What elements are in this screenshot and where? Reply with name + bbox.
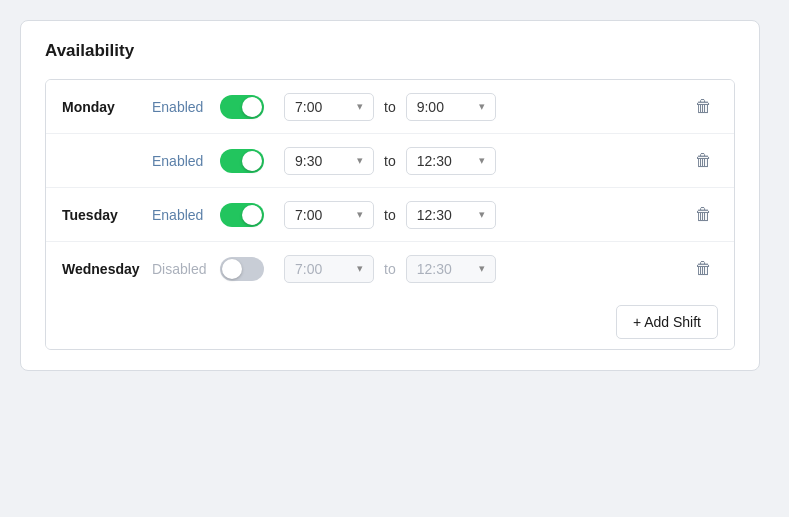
start-time-value: 7:00 (295, 261, 322, 277)
end-time-value: 12:30 (417, 153, 452, 169)
trash-icon: 🗑 (695, 97, 712, 117)
availability-container: Availability MondayEnabled7:00▾to9:00▾🗑E… (20, 20, 760, 371)
day-name: Monday (62, 99, 152, 115)
day-name: Wednesday (62, 261, 152, 277)
toggle-switch[interactable] (220, 203, 264, 227)
chevron-down-icon: ▾ (357, 154, 363, 167)
to-label: to (384, 99, 396, 115)
end-time-value: 9:00 (417, 99, 444, 115)
delete-shift-button[interactable]: 🗑 (689, 146, 718, 175)
toggle-switch[interactable] (220, 149, 264, 173)
start-time-select[interactable]: 9:30▾ (284, 147, 374, 175)
toggle-knob (242, 97, 262, 117)
toggle-knob (242, 205, 262, 225)
table-row: MondayEnabled7:00▾to9:00▾🗑 (46, 80, 734, 134)
end-time-value: 12:30 (417, 261, 452, 277)
trash-icon: 🗑 (695, 259, 712, 279)
toggle-switch[interactable] (220, 95, 264, 119)
delete-shift-button[interactable]: 🗑 (689, 200, 718, 229)
page-title: Availability (45, 41, 735, 61)
trash-icon: 🗑 (695, 205, 712, 225)
trash-icon: 🗑 (695, 151, 712, 171)
add-shift-row: + Add Shift (46, 295, 734, 349)
delete-shift-button[interactable]: 🗑 (689, 254, 718, 283)
table-row: Enabled9:30▾to12:30▾🗑 (46, 134, 734, 188)
end-time-select[interactable]: 12:30▾ (406, 255, 496, 283)
table-row: TuesdayEnabled7:00▾to12:30▾🗑 (46, 188, 734, 242)
chevron-down-icon: ▾ (479, 262, 485, 275)
toggle-switch[interactable] (220, 257, 264, 281)
end-time-select[interactable]: 12:30▾ (406, 147, 496, 175)
status-label: Enabled (152, 99, 220, 115)
day-name: Tuesday (62, 207, 152, 223)
table-row: WednesdayDisabled7:00▾to12:30▾🗑 (46, 242, 734, 295)
chevron-down-icon: ▾ (357, 100, 363, 113)
to-label: to (384, 153, 396, 169)
delete-shift-button[interactable]: 🗑 (689, 92, 718, 121)
to-label: to (384, 207, 396, 223)
status-label: Disabled (152, 261, 220, 277)
start-time-select[interactable]: 7:00▾ (284, 93, 374, 121)
status-label: Enabled (152, 153, 220, 169)
toggle-knob (222, 259, 242, 279)
chevron-down-icon: ▾ (479, 208, 485, 221)
start-time-value: 9:30 (295, 153, 322, 169)
start-time-value: 7:00 (295, 99, 322, 115)
status-label: Enabled (152, 207, 220, 223)
chevron-down-icon: ▾ (357, 262, 363, 275)
end-time-select[interactable]: 9:00▾ (406, 93, 496, 121)
chevron-down-icon: ▾ (479, 154, 485, 167)
chevron-down-icon: ▾ (479, 100, 485, 113)
to-label: to (384, 261, 396, 277)
end-time-select[interactable]: 12:30▾ (406, 201, 496, 229)
chevron-down-icon: ▾ (357, 208, 363, 221)
toggle-knob (242, 151, 262, 171)
availability-table: MondayEnabled7:00▾to9:00▾🗑Enabled9:30▾to… (45, 79, 735, 350)
add-shift-button[interactable]: + Add Shift (616, 305, 718, 339)
start-time-value: 7:00 (295, 207, 322, 223)
start-time-select[interactable]: 7:00▾ (284, 255, 374, 283)
end-time-value: 12:30 (417, 207, 452, 223)
start-time-select[interactable]: 7:00▾ (284, 201, 374, 229)
